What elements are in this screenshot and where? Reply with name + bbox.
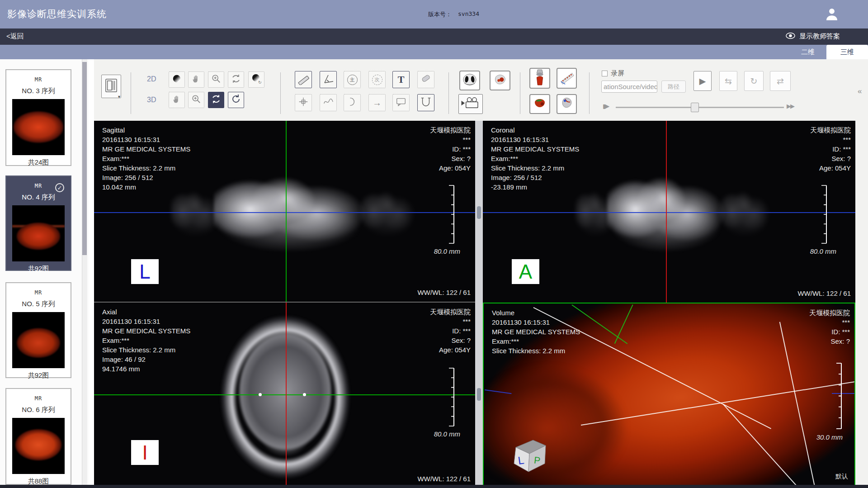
tool-3d-zoom[interactable] (188, 92, 204, 108)
crosshair-horizontal-blue[interactable] (483, 212, 855, 213)
tab-2d[interactable]: 二维 (791, 45, 825, 59)
window-level-readout: WW/WL: 122 / 61 (417, 289, 471, 296)
tool-angle[interactable] (320, 71, 337, 88)
playback-slider-handle[interactable] (691, 103, 699, 112)
series-count: 共92图 (6, 265, 71, 273)
playback-slider-track[interactable] (616, 107, 784, 108)
tool-arc[interactable] (344, 94, 361, 111)
tool-2d-reset-window[interactable]: ↻ (248, 71, 264, 88)
right-panel-margin (855, 59, 868, 485)
orientation-marker-L: L (131, 259, 159, 284)
viewport-sagittal[interactable]: Sagittal 20161130 16:15:31 MR GE MEDICAL… (94, 121, 475, 302)
loop-button[interactable]: ⇆ (719, 71, 737, 91)
tool-2d-pan[interactable] (188, 71, 204, 88)
video-source-input[interactable]: ationSource/video (601, 81, 657, 93)
overlay-info-left: Coronal 20161130 16:15:31 MR GE MEDICAL … (491, 125, 579, 192)
tool-2d-rotate[interactable] (228, 71, 244, 88)
primary-circle-icon: 主 (347, 75, 358, 85)
tool-crosshair[interactable] (295, 94, 312, 111)
toolbar-separator (131, 72, 131, 114)
series-card-no5[interactable]: MR NO. 5 序列 共92图 (5, 282, 71, 378)
tool-comment[interactable] (392, 94, 410, 111)
show-teacher-answer-button[interactable]: 显示教师答案 (785, 32, 840, 41)
back-button[interactable]: <返回 (6, 32, 24, 41)
replay-icon: ↻ (750, 76, 758, 86)
bottom-edge-strip (0, 485, 868, 488)
layout-selector-button[interactable]: ▾ (101, 75, 121, 98)
tool-2d-window-level[interactable] (169, 71, 185, 88)
tool-3d-pan[interactable] (169, 92, 185, 108)
eraser-icon (420, 72, 432, 87)
path-button[interactable]: 路径 (661, 81, 686, 93)
crosshair-icon (297, 96, 309, 109)
tool-text-annotation[interactable]: T (392, 71, 410, 88)
series-thumbnail (12, 418, 65, 474)
crosshair-horizontal-blue[interactable] (94, 212, 475, 213)
tool-3d-rotate-active[interactable] (208, 92, 224, 108)
crosshair-vertical-red[interactable] (286, 303, 287, 488)
mr-image-axial (215, 309, 355, 485)
selected-check-icon: ✓ (55, 183, 64, 192)
swap-button[interactable]: ⇄ (770, 71, 791, 91)
contrast-circle-icon (172, 74, 182, 85)
series-modality: MR (6, 395, 71, 402)
viewport-volume-3d[interactable]: Volume 20161130 16:15:31 MR GE MEDICAL S… (483, 303, 855, 488)
screen-record-toggle[interactable]: 录屏 (602, 69, 624, 78)
window-level-readout: WW/WL: 122 / 61 (797, 289, 851, 297)
series-thumbnail (12, 99, 65, 155)
tab-3d-active[interactable]: 三维 (826, 45, 868, 59)
preset-heart-view-button[interactable] (557, 94, 577, 114)
user-avatar-icon[interactable] (824, 7, 840, 24)
tool-secondary-marker[interactable]: 次 (368, 71, 386, 88)
toolbar-separator (520, 72, 520, 114)
series-modality: MR (6, 289, 71, 296)
tool-arrow-annotation[interactable]: → (368, 94, 386, 111)
orientation-cube[interactable]: L P (510, 438, 549, 476)
viewport-coronal[interactable]: Coronal 20161130 16:15:31 MR GE MEDICAL … (483, 121, 855, 303)
scale-label: 80.0 mm (434, 430, 460, 438)
play-button[interactable]: ▶ (693, 71, 712, 91)
slider-step-forward-icon[interactable]: ▶▶ (787, 103, 794, 109)
record-video-button[interactable] (458, 94, 483, 114)
crosshair-horizontal-green[interactable] (94, 394, 475, 395)
tool-3d-reset-camera[interactable] (228, 92, 244, 108)
splitter-handle[interactable] (477, 206, 481, 219)
slider-step-back-icon[interactable]: ▮▶ (603, 103, 609, 109)
preset-lung-view-button[interactable] (459, 71, 480, 90)
crosshair-vertical-red[interactable] (666, 121, 667, 303)
organ-3d-icon (532, 96, 547, 112)
record-checkbox[interactable] (602, 71, 608, 76)
replay-button[interactable]: ↻ (744, 71, 764, 91)
tool-2d-zoom[interactable] (208, 71, 224, 88)
collapse-panel-icon[interactable]: « (858, 87, 862, 96)
preset-tissue-view-button[interactable] (490, 71, 510, 90)
splitter-handle[interactable] (477, 388, 481, 401)
cube-face-right-label: P (533, 455, 541, 465)
loop-icon: ⇆ (725, 76, 732, 86)
tool-primary-marker[interactable]: 主 (344, 71, 361, 88)
preset-organ-view-button[interactable] (529, 94, 550, 114)
viewport-axial[interactable]: Axial 20161130 16:15:31 MR GE MEDICAL SY… (94, 303, 475, 488)
video-camera-icon (461, 96, 480, 112)
preset-path-planning-button[interactable] (557, 68, 577, 89)
mr-image-fringe (720, 189, 770, 238)
series-card-no6[interactable]: MR NO. 6 序列 共88图 (5, 388, 71, 485)
series-card-no3[interactable]: MR NO. 3 序列 共24图 (5, 69, 71, 166)
orientation-marker-I: I (131, 440, 159, 465)
layout-grid-icon (105, 78, 118, 95)
series-count: 共24图 (6, 158, 71, 167)
tool-eraser[interactable] (417, 71, 434, 88)
tool-ruler[interactable] (295, 71, 312, 88)
toolbar-separator (448, 72, 449, 114)
show-teacher-answer-label: 显示教师答案 (799, 32, 840, 41)
swap-icon: ⇄ (777, 76, 784, 86)
viewport-vertical-splitter[interactable] (475, 121, 483, 488)
crosshair-vertical-green[interactable] (286, 121, 287, 302)
sidebar-scrollbar-thumb[interactable] (82, 62, 87, 255)
tool-cobb-angle[interactable] (417, 94, 434, 111)
mr-image-fringe (171, 189, 221, 238)
series-card-no4-selected[interactable]: ✓ MR NO. 4 序列 共92图 (5, 175, 71, 271)
preset-bone-view-button[interactable] (529, 68, 550, 89)
tool-curve[interactable] (320, 94, 337, 111)
series-name: NO. 3 序列 (6, 87, 71, 95)
